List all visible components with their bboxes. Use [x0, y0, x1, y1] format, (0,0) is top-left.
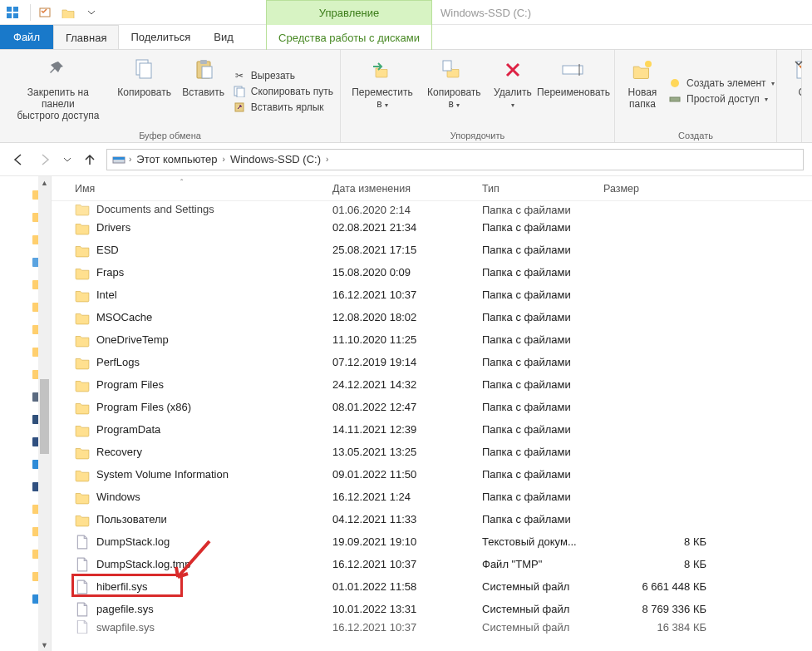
tab-view[interactable]: Вид — [202, 25, 245, 49]
table-row[interactable]: pagefile.sys10.01.2022 13:31Системный фа… — [52, 598, 812, 620]
tree-scrollbar[interactable]: ▲ ▼ — [38, 176, 51, 651]
tab-home[interactable]: Главная — [53, 25, 119, 49]
svg-point-16 — [671, 79, 679, 87]
scroll-thumb[interactable] — [40, 379, 49, 454]
copy-path-button[interactable]: Скопировать путь — [233, 85, 333, 98]
svg-rect-2 — [13, 7, 18, 12]
pin-quickaccess-button[interactable]: Закрепить на панели быстрого доступа — [7, 53, 110, 129]
svg-rect-17 — [670, 97, 680, 101]
file-date: 19.09.2021 19:10 — [326, 535, 475, 548]
table-row[interactable]: Fraps15.08.2020 0:09Папка с файлами — [52, 261, 812, 284]
manage-contextual-tab[interactable]: Управление — [266, 0, 432, 25]
file-size: 8 КБ — [597, 558, 713, 570]
folder-icon — [75, 265, 90, 280]
table-row[interactable]: System Volume Information09.01.2022 11:5… — [52, 463, 812, 486]
file-type: Папка с файлами — [475, 491, 597, 503]
new-item-button[interactable]: Создать элемент ▾ — [668, 76, 775, 90]
paste-shortcut-button[interactable]: Вставить ярлык — [233, 101, 333, 114]
tab-drive-tools[interactable]: Средства работы с дисками — [266, 25, 432, 50]
file-name: Drivers — [96, 221, 130, 234]
copy-to-button[interactable]: Копировать в ▾ — [422, 53, 486, 129]
file-date: 24.12.2021 14:32 — [326, 378, 475, 391]
file-date: 16.12.2021 10:37 — [326, 621, 475, 634]
file-name: ProgramData — [96, 423, 160, 436]
moveto-icon — [369, 57, 396, 83]
table-row[interactable]: ProgramData14.11.2021 12:39Папка с файла… — [52, 418, 812, 441]
file-name: swapfile.sys — [96, 621, 155, 634]
table-row[interactable]: OneDriveTemp11.10.2020 11:25Папка с файл… — [52, 328, 812, 351]
scroll-down-icon[interactable]: ▼ — [38, 639, 51, 651]
file-date: 01.06.2020 2:14 — [326, 204, 475, 216]
paste-button[interactable]: Вставить — [180, 53, 228, 129]
table-row[interactable]: Intel16.12.2021 10:37Папка с файлами — [52, 284, 812, 306]
copypath-icon — [233, 85, 246, 98]
file-date: 15.08.2020 0:09 — [326, 266, 475, 279]
file-list: Имяˆ Дата изменения Тип Размер Documents… — [52, 176, 812, 651]
easy-access-button[interactable]: Простой доступ ▾ — [668, 92, 775, 106]
folder-icon — [75, 355, 90, 370]
file-type: Папка с файлами — [475, 333, 597, 346]
file-date: 09.01.2022 11:50 — [326, 468, 475, 481]
newfolder-icon — [629, 57, 656, 83]
svg-rect-11 — [237, 88, 244, 97]
table-row[interactable]: Пользователи04.12.2021 11:33Папка с файл… — [52, 508, 812, 530]
table-row[interactable]: Program Files24.12.2021 14:32Папка с фай… — [52, 373, 812, 396]
table-row[interactable]: Recovery13.05.2021 13:25Папка с файлами — [52, 441, 812, 463]
copy-button[interactable]: Копировать — [115, 53, 175, 129]
file-date: 07.12.2019 19:14 — [326, 356, 475, 368]
file-date: 16.12.2021 10:37 — [326, 289, 475, 301]
breadcrumb-drive[interactable]: Windows-SSD (C:) — [227, 153, 324, 165]
table-row[interactable]: DumpStack.log19.09.2021 19:10Текстовый д… — [52, 530, 812, 553]
table-row[interactable]: Windows16.12.2021 1:24Папка с файлами — [52, 486, 812, 508]
col-date[interactable]: Дата изменения — [326, 183, 475, 195]
file-icon — [75, 620, 90, 634]
move-to-button[interactable]: Переместить в ▾ — [347, 53, 417, 129]
table-row[interactable]: Documents and Settings01.06.2020 2:14Пап… — [52, 201, 812, 216]
qat-properties-icon[interactable] — [36, 3, 54, 22]
window-title: Windows-SSD (C:) — [440, 0, 531, 25]
file-type: Системный файл — [475, 621, 597, 634]
qat-newfolder-icon[interactable] — [59, 3, 77, 22]
col-type[interactable]: Тип — [475, 183, 597, 195]
table-row[interactable]: ESD25.08.2021 17:15Папка с файлами — [52, 239, 812, 261]
svg-point-15 — [645, 61, 652, 67]
file-name: Intel — [96, 289, 117, 301]
file-date: 16.12.2021 10:37 — [326, 558, 475, 570]
nav-back-button[interactable] — [8, 150, 28, 170]
col-name[interactable]: Имяˆ — [52, 183, 326, 195]
table-row[interactable]: Program Files (x86)08.01.2022 12:47Папка… — [52, 396, 812, 418]
svg-rect-0 — [7, 7, 12, 12]
shortcut-icon — [233, 101, 246, 114]
file-name: hiberfil.sys — [96, 580, 147, 593]
qat-dropdown-icon[interactable] — [82, 3, 101, 22]
table-row[interactable]: swapfile.sys16.12.2021 10:37Системный фа… — [52, 620, 812, 634]
file-type: Папка с файлами — [475, 244, 597, 256]
table-row[interactable]: Drivers02.08.2021 21:34Папка с файлами — [52, 216, 812, 239]
delete-button[interactable]: Удалить ▾ — [491, 53, 535, 129]
file-name: MSOCache — [96, 311, 152, 323]
nav-recent-dropdown[interactable] — [62, 150, 73, 170]
file-size: 6 661 448 КБ — [597, 580, 713, 593]
tab-file[interactable]: Файл — [0, 25, 53, 49]
breadcrumb[interactable]: › Этот компьютер › Windows-SSD (C:) › — [106, 149, 804, 170]
table-row[interactable]: DumpStack.log.tmp16.12.2021 10:37Файл "T… — [52, 553, 812, 575]
folder-icon — [75, 220, 90, 235]
scroll-up-icon[interactable]: ▲ — [38, 176, 51, 189]
tab-share[interactable]: Поделиться — [119, 25, 202, 49]
table-row[interactable]: MSOCache12.08.2020 18:02Папка с файлами — [52, 306, 812, 328]
folder-icon — [75, 490, 90, 505]
nav-tree[interactable]: ▲ ▼ — [0, 176, 52, 651]
ribbon-collapse-icon[interactable] — [790, 55, 807, 72]
file-date: 10.01.2022 13:31 — [326, 603, 475, 615]
table-row[interactable]: PerfLogs07.12.2019 19:14Папка с файлами — [52, 351, 812, 373]
file-type: Системный файл — [475, 580, 597, 593]
nav-up-button[interactable] — [80, 150, 100, 170]
file-type: Папка с файлами — [475, 423, 597, 436]
new-folder-button[interactable]: Новая папка — [622, 53, 663, 129]
rename-button[interactable]: Переименовать — [539, 53, 608, 129]
table-row[interactable]: hiberfil.sys01.01.2022 11:58Системный фа… — [52, 575, 812, 598]
nav-forward-button[interactable] — [35, 150, 55, 170]
cut-button[interactable]: ✂Вырезать — [233, 69, 333, 82]
breadcrumb-root[interactable]: Этот компьютер — [133, 153, 220, 165]
col-size[interactable]: Размер — [597, 183, 713, 195]
